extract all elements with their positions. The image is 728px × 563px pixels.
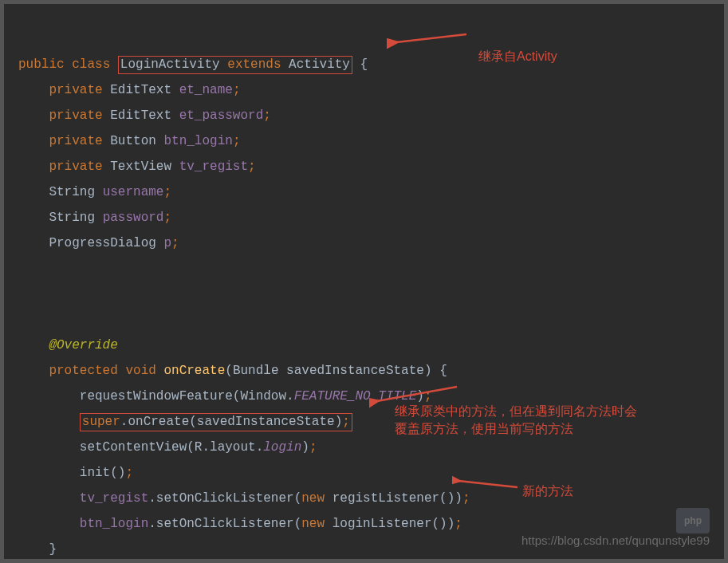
super-class: Activity <box>289 57 350 72</box>
field-et-name: et_name <box>179 83 233 97</box>
field-et-password: et_password <box>179 108 264 123</box>
type-edittext: EditText <box>110 108 171 123</box>
super-call-box: super.onCreate(savedInstanceState); <box>80 413 352 431</box>
kw-protected: protected <box>49 364 117 378</box>
semi: ; <box>263 108 271 123</box>
semi: ; <box>163 211 171 225</box>
close-paren: ) <box>416 389 424 404</box>
field-tv-regist: tv_regist <box>80 491 148 506</box>
semi: ; <box>125 466 133 480</box>
call-init: init() <box>80 466 126 480</box>
kw-new: new <box>301 491 325 506</box>
semi: ; <box>455 517 462 531</box>
setonclicklistener: .setOnClickListener( <box>148 517 301 531</box>
semi: ; <box>462 491 470 506</box>
kw-public: public <box>18 57 65 72</box>
field-password: password <box>103 211 164 225</box>
kw-extends: extends <box>227 57 281 72</box>
semi: ; <box>424 389 432 404</box>
field-btn-login: btn_login <box>80 517 148 531</box>
field-username: username <box>103 185 164 199</box>
semi: ; <box>171 236 179 250</box>
code-block: public class LoginActivity extends Activ… <box>4 4 724 562</box>
type-progressdialog: ProgressDialog <box>49 236 155 250</box>
type-string: String <box>49 185 95 199</box>
type-button: Button <box>110 134 156 148</box>
kw-private: private <box>49 108 102 123</box>
semi: ; <box>233 83 241 97</box>
setonclicklistener: .setOnClickListener( <box>148 491 301 506</box>
field-btn-login: btn_login <box>163 134 232 148</box>
annotation-super-line2: 覆盖原方法，使用当前写的方法 <box>395 422 573 435</box>
semi: ; <box>342 415 350 429</box>
kw-super: super <box>82 415 120 429</box>
kw-new: new <box>301 517 325 531</box>
type-string: String <box>49 211 95 225</box>
call-setcontentview: setContentView(R.layout. <box>80 440 263 455</box>
kw-private: private <box>49 159 102 174</box>
kw-private: private <box>49 83 102 97</box>
semi: ; <box>163 185 171 199</box>
close-brace: } <box>49 542 57 557</box>
semi: ; <box>248 159 256 174</box>
kw-void: void <box>125 364 155 378</box>
annotation-newmethod: 新的方法 <box>522 478 573 504</box>
annotation-inherit: 继承自Activity <box>478 44 557 69</box>
close-paren: ) <box>301 440 309 455</box>
type-edittext: EditText <box>110 83 171 97</box>
annotation-override: @Override <box>49 338 117 352</box>
field-p: p <box>163 236 171 250</box>
type-textview: TextView <box>110 159 171 174</box>
loginlistener: loginListener()) <box>325 517 455 531</box>
field-tv-regist: tv_regist <box>179 159 248 174</box>
open-brace: { <box>352 57 368 72</box>
method-oncreate: onCreate <box>163 364 225 378</box>
kw-private: private <box>49 134 102 148</box>
semi: ; <box>309 440 317 455</box>
class-name: LoginActivity <box>120 57 220 72</box>
layout-login: login <box>263 440 301 455</box>
const-feature-no-title: FEATURE_NO_TITLE <box>294 389 417 404</box>
super-oncreate: .onCreate(savedInstanceState) <box>120 415 342 429</box>
kw-class: class <box>72 57 110 72</box>
annotation-super-line1: 继承原类中的方法，但在遇到同名方法时会 <box>395 404 637 418</box>
call-requestwindowfeature: requestWindowFeature(Window. <box>80 389 294 404</box>
semi: ; <box>233 134 241 148</box>
watermark-url: https://blog.csdn.net/qunqunstyle99 <box>521 529 710 553</box>
param-bundle: Bundle savedInstanceState <box>233 364 424 378</box>
class-decl-box: LoginActivity extends Activity <box>118 56 352 74</box>
annotation-super: 继承原类中的方法，但在遇到同名方法时会 覆盖原方法，使用当前写的方法 <box>395 403 637 439</box>
registlistener: registListener()) <box>325 491 462 506</box>
